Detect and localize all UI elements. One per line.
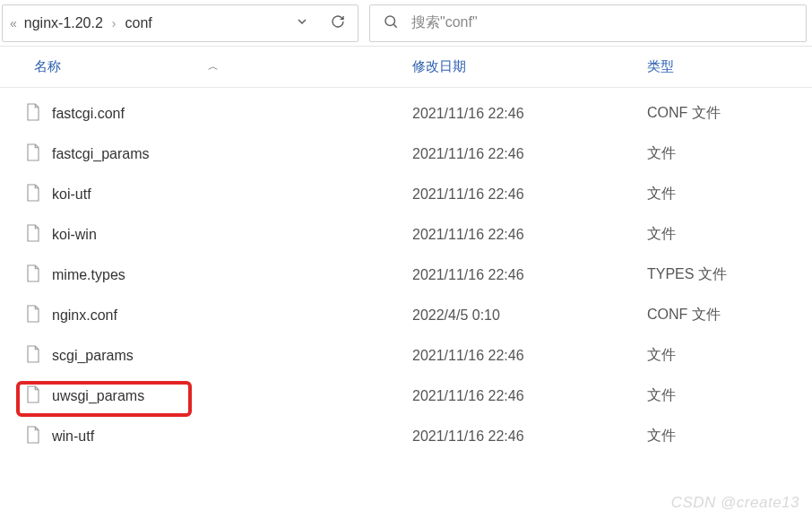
file-date: 2021/11/16 22:46 [412, 186, 647, 203]
file-type: 文件 [647, 427, 812, 445]
file-name-cell[interactable]: nginx.conf [0, 304, 412, 327]
file-name: nginx.conf [52, 307, 117, 324]
file-name-cell[interactable]: win-utf [0, 425, 412, 448]
history-chevron-icon[interactable]: « [10, 16, 17, 30]
chevron-right-icon: › [112, 16, 117, 30]
file-name: koi-win [52, 227, 97, 243]
watermark: CSDN @create13 [671, 494, 799, 512]
file-type: 文件 [647, 386, 812, 405]
file-row[interactable]: fastcgi.conf 2021/11/16 22:46 CONF 文件 [0, 93, 812, 134]
file-name-cell[interactable]: fastcgi_params [0, 143, 412, 166]
column-header-name[interactable]: 名称 ︿ [0, 58, 412, 75]
file-name-cell[interactable]: koi-utf [0, 183, 412, 206]
file-row[interactable]: nginx.conf 2022/4/5 0:10 CONF 文件 [0, 295, 812, 335]
file-name: fastcgi.conf [52, 106, 125, 122]
file-name-cell[interactable]: koi-win [0, 223, 412, 247]
file-icon [25, 425, 41, 448]
file-name-cell[interactable]: scgi_params [0, 344, 412, 368]
file-name: uwsgi_params [52, 388, 144, 404]
column-headers: 名称 ︿ 修改日期 类型 [0, 47, 812, 88]
file-name: fastcgi_params [52, 146, 150, 162]
column-header-type[interactable]: 类型 [647, 58, 812, 75]
file-icon [25, 304, 41, 327]
file-date: 2021/11/16 22:46 [412, 106, 647, 122]
file-type: 文件 [647, 346, 812, 365]
search-input[interactable]: 搜索"conf" [369, 4, 807, 42]
file-icon [25, 385, 41, 408]
file-type: 文件 [647, 144, 812, 163]
file-date: 2021/11/16 22:46 [412, 348, 647, 364]
file-type: 文件 [647, 225, 812, 244]
file-type: 文件 [647, 185, 812, 203]
file-name-cell[interactable]: mime.types [0, 264, 412, 287]
file-name: koi-utf [52, 186, 91, 203]
svg-point-0 [385, 16, 395, 26]
file-icon [25, 223, 41, 247]
file-row[interactable]: mime.types 2021/11/16 22:46 TYPES 文件 [0, 255, 812, 295]
file-icon [25, 344, 41, 368]
file-date: 2021/11/16 22:46 [412, 388, 647, 404]
file-type: CONF 文件 [647, 306, 812, 324]
file-date: 2021/11/16 22:46 [412, 227, 647, 243]
file-date: 2021/11/16 22:46 [412, 146, 647, 162]
file-name: scgi_params [52, 348, 134, 364]
column-header-date[interactable]: 修改日期 [412, 58, 647, 75]
file-row[interactable]: fastcgi_params 2021/11/16 22:46 文件 [0, 134, 812, 174]
file-name: mime.types [52, 267, 125, 283]
file-date: 2021/11/16 22:46 [412, 267, 647, 283]
file-row[interactable]: koi-win 2021/11/16 22:46 文件 [0, 214, 812, 255]
svg-line-1 [393, 24, 396, 27]
toolbar: « nginx-1.20.2 › conf 搜索"conf" [0, 0, 812, 47]
dropdown-chevron-icon[interactable] [295, 14, 309, 32]
breadcrumb-segment[interactable]: nginx-1.20.2 [24, 15, 103, 31]
file-row[interactable]: scgi_params 2021/11/16 22:46 文件 [0, 335, 812, 376]
file-date: 2021/11/16 22:46 [412, 428, 647, 445]
file-name-cell[interactable]: fastcgi.conf [0, 102, 412, 125]
file-icon [25, 143, 41, 166]
file-icon [25, 264, 41, 287]
breadcrumb-path[interactable]: « nginx-1.20.2 › conf [10, 15, 295, 31]
file-type: TYPES 文件 [647, 265, 812, 284]
file-name-cell[interactable]: uwsgi_params [0, 385, 412, 408]
file-list: fastcgi.conf 2021/11/16 22:46 CONF 文件 fa… [0, 88, 812, 456]
file-type: CONF 文件 [647, 104, 812, 123]
file-row[interactable]: koi-utf 2021/11/16 22:46 文件 [0, 174, 812, 214]
search-placeholder: 搜索"conf" [411, 13, 478, 32]
search-icon [383, 13, 399, 33]
refresh-icon[interactable] [331, 14, 345, 32]
file-icon [25, 102, 41, 125]
file-date: 2022/4/5 0:10 [412, 307, 647, 324]
file-row[interactable]: uwsgi_params 2021/11/16 22:46 文件 [0, 376, 812, 416]
sort-arrow-icon: ︿ [208, 59, 219, 74]
file-name: win-utf [52, 428, 94, 445]
breadcrumb[interactable]: « nginx-1.20.2 › conf [2, 4, 358, 42]
file-row[interactable]: win-utf 2021/11/16 22:46 文件 [0, 416, 812, 456]
breadcrumb-segment[interactable]: conf [125, 15, 152, 31]
file-icon [25, 183, 41, 206]
